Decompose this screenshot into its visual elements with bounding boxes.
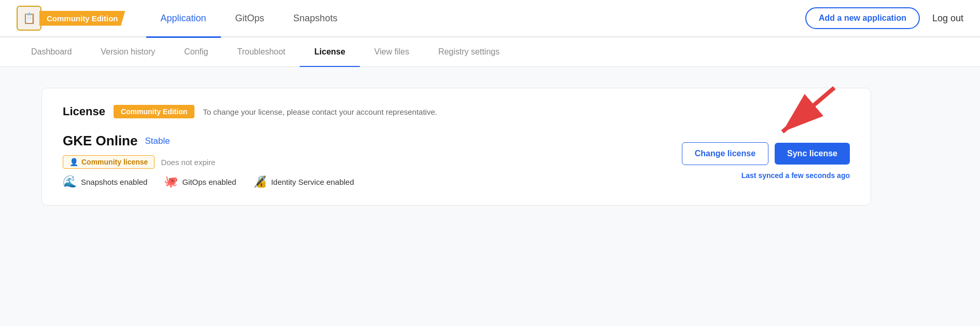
stability-badge: Stable	[145, 136, 170, 146]
identity-label: Identity Service enabled	[271, 178, 354, 186]
license-description: To change your license, please contact y…	[203, 107, 437, 116]
top-nav: 📋 Community Edition Application GitOps S…	[0, 0, 980, 37]
top-nav-links: Application GitOps Snapshots	[146, 0, 806, 37]
subnav-registry-settings[interactable]: Registry settings	[424, 38, 514, 67]
feature-identity: 🔏 Identity Service enabled	[253, 175, 354, 188]
app-name: GKE Online	[63, 133, 137, 149]
top-nav-actions: Add a new application Log out	[805, 7, 963, 29]
logo-icon: 📋	[17, 6, 41, 31]
feature-snapshots: 🌊 Snapshots enabled	[63, 175, 147, 188]
community-edition-badge: Community Edition	[114, 105, 194, 118]
subnav-version-history[interactable]: Version history	[86, 38, 170, 67]
logo-emoji: 📋	[23, 12, 36, 24]
identity-icon: 🔏	[253, 175, 267, 188]
subnav-license[interactable]: License	[300, 38, 360, 67]
license-info: GKE Online Stable 👤 Community license Do…	[63, 133, 354, 188]
user-icon: 👤	[69, 158, 78, 166]
license-actions: Change license Sync license Last synced …	[682, 142, 850, 180]
last-synced-text: Last synced a few seconds ago	[741, 171, 850, 180]
subnav-dashboard[interactable]: Dashboard	[17, 38, 86, 67]
subnav-troubleshoot[interactable]: Troubleshoot	[222, 38, 300, 67]
logo-badge[interactable]: Community Edition	[39, 11, 125, 26]
gitops-label: GitOps enabled	[182, 178, 236, 186]
license-card-header: License Community Edition To change your…	[63, 105, 850, 118]
gitops-icon: 🐙	[164, 175, 178, 188]
sub-nav: Dashboard Version history Config Trouble…	[0, 37, 980, 67]
license-type-row: 👤 Community license Does not expire	[63, 155, 354, 169]
snapshots-label: Snapshots enabled	[81, 178, 147, 186]
app-name-row: GKE Online Stable	[63, 133, 354, 149]
actions-buttons-row: Change license Sync license	[682, 142, 850, 165]
community-license-badge: 👤 Community license	[63, 155, 155, 169]
change-license-button[interactable]: Change license	[682, 142, 768, 165]
nav-gitops[interactable]: GitOps	[221, 1, 279, 38]
subnav-view-files[interactable]: View files	[360, 38, 424, 67]
logout-button[interactable]: Log out	[932, 13, 963, 24]
logo-area: 📋 Community Edition	[17, 6, 125, 31]
snapshots-icon: 🌊	[63, 175, 77, 188]
features-row: 🌊 Snapshots enabled 🐙 GitOps enabled 🔏 I…	[63, 175, 354, 188]
feature-gitops: 🐙 GitOps enabled	[164, 175, 236, 188]
license-card-body: GKE Online Stable 👤 Community license Do…	[63, 133, 850, 188]
add-new-application-button[interactable]: Add a new application	[805, 7, 920, 29]
license-card-title: License	[63, 105, 105, 118]
nav-application[interactable]: Application	[146, 1, 221, 38]
community-license-label: Community license	[81, 158, 148, 166]
nav-snapshots[interactable]: Snapshots	[279, 1, 352, 38]
subnav-config[interactable]: Config	[170, 38, 222, 67]
sync-license-button[interactable]: Sync license	[775, 143, 850, 165]
license-card: License Community Edition To change your…	[41, 88, 871, 206]
expiry-text: Does not expire	[161, 158, 215, 167]
main-content: License Community Edition To change your…	[0, 67, 980, 326]
